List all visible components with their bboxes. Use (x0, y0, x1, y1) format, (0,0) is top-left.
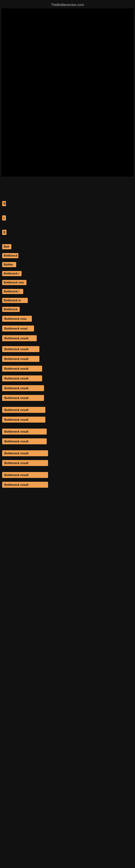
bottleneck-label-p2: Bottlen (2, 262, 16, 267)
bottleneck-label-p3: Bottleneck r (2, 271, 21, 276)
result-row-6: Bottleneck result (2, 395, 133, 401)
result-row-tiny3: B (2, 230, 133, 236)
result-row-3: Bottleneck result (2, 366, 133, 372)
result-row-bottleneck-resu: Bottleneck resu (2, 280, 133, 286)
bottleneck-label-7[interactable]: Bottleneck result (2, 407, 45, 413)
bottleneck-label-10[interactable]: Bottleneck result (2, 438, 47, 444)
bottleneck-label-9[interactable]: Bottleneck result (2, 429, 47, 435)
bottleneck-label-13[interactable]: Bottleneck result (2, 472, 48, 478)
result-row-14: Bottleneck result (2, 482, 133, 488)
result-row-full2: Bottleneck resul (2, 326, 133, 333)
bottleneck-label-12[interactable]: Bottleneck result (2, 460, 48, 466)
bottleneck-label-p5: Bottleneck r (2, 289, 23, 294)
bottleneck-label-full2[interactable]: Bottleneck resul (2, 326, 34, 332)
result-row-12: Bottleneck result (2, 460, 133, 466)
result-row-bottleneck-r2: Bottleneck r (2, 289, 133, 295)
bottleneck-label-5[interactable]: Bottleneck result (2, 385, 44, 391)
result-row-bottleneck-re: Bottleneck re (2, 298, 133, 304)
result-row-bott: Bott (2, 244, 133, 250)
result-row-full3: Bottleneck result (2, 335, 133, 342)
result-row-4: Bottleneck result (2, 375, 133, 381)
bottleneck-label-1[interactable]: Bottleneck result (2, 346, 39, 352)
site-title: TheBottlenecker.com (0, 0, 135, 8)
bottleneck-label-p4: Bottleneck resu (2, 280, 27, 285)
bottleneck-label-tiny2: | (2, 215, 6, 220)
result-row-8: Bottleneck result (2, 416, 133, 423)
result-row-11: Bottleneck result (2, 450, 133, 456)
bottleneck-label-p7: Bottleneck (2, 307, 20, 312)
result-row-bottleneck-full1: Bottleneck (2, 307, 133, 313)
bottleneck-label-p1: Bottleneck (2, 253, 18, 258)
results-section: B | B Bott Bottleneck Bottlen Bottleneck… (0, 177, 135, 492)
bottleneck-label-11[interactable]: Bottleneck result (2, 450, 48, 456)
result-row-10: Bottleneck result (2, 438, 133, 444)
bottleneck-label-6[interactable]: Bottleneck result (2, 395, 44, 401)
result-row-13: Bottleneck result (2, 472, 133, 478)
result-row-tiny1: B (2, 201, 133, 207)
result-row-tiny2: | (2, 215, 133, 222)
result-row-bottlen: Bottlen (2, 262, 133, 268)
bottleneck-label-tiny3: B (2, 230, 6, 235)
bottleneck-label-3[interactable]: Bottleneck result (2, 366, 42, 372)
result-row-bottleneck-r: Bottleneck r (2, 271, 133, 277)
result-row-2: Bottleneck result (2, 356, 133, 362)
page-wrapper: TheBottlenecker.com B | B Bott Bottlenec… (0, 0, 135, 868)
result-row-7: Bottleneck result (2, 407, 133, 413)
bottleneck-label-tiny1: B (2, 201, 6, 206)
bottleneck-label-full1[interactable]: Bottleneck resu (2, 316, 32, 322)
result-row-5: Bottleneck result (2, 385, 133, 391)
result-row-1: Bottleneck result (2, 346, 133, 352)
bottleneck-label-4[interactable]: Bottleneck result (2, 375, 42, 381)
bottleneck-label-full3[interactable]: Bottleneck result (2, 335, 37, 341)
bottleneck-label-8[interactable]: Bottleneck result (2, 416, 45, 423)
result-row-9: Bottleneck result (2, 429, 133, 435)
bottleneck-label-14[interactable]: Bottleneck result (2, 482, 48, 488)
bottleneck-label-bott: Bott (2, 244, 11, 249)
bottleneck-label-p6: Bottleneck re (2, 298, 28, 303)
result-row-bottleneck1: Bottleneck (2, 253, 133, 259)
main-chart-area (1, 8, 134, 177)
bottleneck-label-2[interactable]: Bottleneck result (2, 356, 39, 362)
result-row-full1: Bottleneck resu (2, 316, 133, 323)
